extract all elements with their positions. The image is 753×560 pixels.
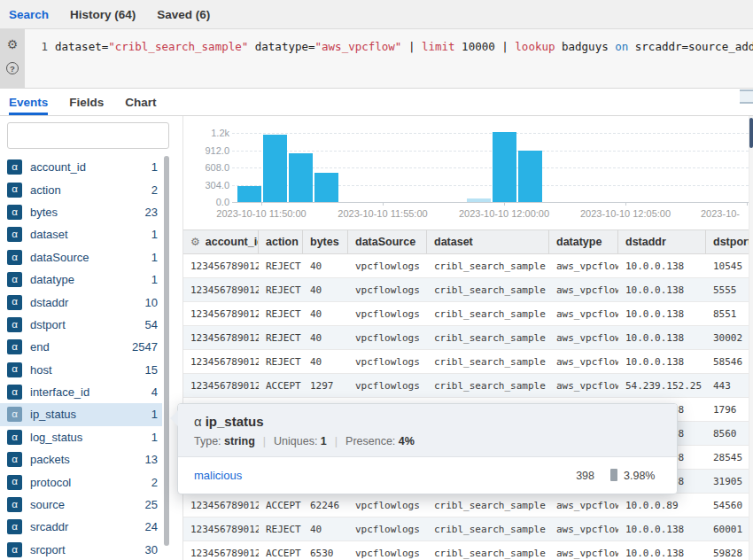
table-cell-dstport: 5555 bbox=[706, 278, 753, 301]
histogram-bar[interactable] bbox=[467, 198, 491, 202]
main-scrollbar-thumb[interactable] bbox=[749, 118, 753, 148]
table-cell-dstport: 58546 bbox=[706, 350, 753, 373]
column-header-dataset[interactable]: dataset bbox=[427, 230, 549, 253]
tab-chart[interactable]: Chart bbox=[125, 89, 156, 115]
histogram-bar[interactable] bbox=[493, 132, 516, 202]
column-header-dstport[interactable]: dstport bbox=[706, 230, 753, 253]
y-axis-label: 912.0 bbox=[189, 145, 229, 156]
column-header-bytes[interactable]: bytes bbox=[303, 230, 348, 253]
x-axis-label: 2023-10- bbox=[701, 208, 740, 219]
table-cell-account_id: 123456789012 bbox=[183, 302, 259, 325]
table-header-row: ⚙account_idactionbytesdataSourcedatasetd… bbox=[183, 229, 753, 254]
sidebar-field-host[interactable]: αhost15 bbox=[0, 359, 162, 381]
table-cell-bytes: 40 bbox=[303, 254, 348, 277]
sidebar-field-end[interactable]: αend2547 bbox=[0, 336, 162, 358]
sidebar-field-action[interactable]: αaction2 bbox=[0, 178, 162, 200]
sidebar-field-interface_id[interactable]: αinterface_id4 bbox=[0, 381, 162, 403]
table-row[interactable]: 123456789012ACCEPT62246vpcflowlogscribl_… bbox=[183, 494, 753, 517]
table-cell-action: ACCEPT bbox=[259, 494, 303, 517]
histogram-bar[interactable] bbox=[263, 135, 287, 202]
table-row[interactable]: 123456789012ACCEPT6530vpcflowlogscribl_s… bbox=[183, 541, 753, 560]
field-type-icon: α bbox=[194, 414, 202, 429]
field-count: 13 bbox=[145, 453, 158, 466]
table-row[interactable]: 123456789012REJECT40vpcflowlogscribl_sea… bbox=[183, 302, 753, 326]
column-header-datatype[interactable]: datatype bbox=[549, 230, 618, 253]
query-segment-string: "aws_vpcflow" bbox=[315, 40, 402, 53]
table-row[interactable]: 123456789012REJECT40vpcflowlogscribl_sea… bbox=[183, 517, 753, 541]
nav-item-saved[interactable]: Saved (6) bbox=[157, 8, 210, 21]
table-cell-dstport: 30002 bbox=[706, 326, 753, 349]
sidebar-field-bytes[interactable]: αbytes23 bbox=[0, 201, 162, 223]
settings-icon[interactable]: ⚙ bbox=[7, 38, 19, 51]
field-type-icon: α bbox=[7, 227, 22, 242]
field-type-icon: α bbox=[7, 317, 22, 332]
histogram-bar[interactable] bbox=[314, 173, 338, 202]
field-count: 1 bbox=[151, 431, 158, 444]
query-input[interactable]: dataset="cribl_search_sample" datatype="… bbox=[55, 40, 753, 53]
table-settings-icon[interactable]: ⚙ bbox=[190, 236, 200, 248]
field-type-icon: α bbox=[7, 519, 22, 534]
popup-title: αip_status bbox=[194, 414, 661, 429]
x-axis-tick bbox=[261, 202, 262, 206]
popup-value-row: malicious 398 3.98% bbox=[178, 457, 677, 494]
sidebar-field-log_status[interactable]: αlog_status1 bbox=[0, 426, 162, 448]
help-icon[interactable]: ? bbox=[6, 62, 19, 74]
sidebar-field-dataset[interactable]: αdataset1 bbox=[0, 223, 162, 245]
sidebar-field-dstport[interactable]: αdstport54 bbox=[0, 314, 162, 336]
sidebar-field-ip_status[interactable]: αip_status1 bbox=[0, 403, 162, 425]
editor-rail: ⚙ ? bbox=[0, 29, 25, 88]
tab-events[interactable]: Events bbox=[9, 89, 48, 115]
table-cell-bytes: 40 bbox=[303, 326, 348, 349]
field-count: 30 bbox=[145, 543, 158, 556]
field-value-link[interactable]: malicious bbox=[194, 469, 242, 482]
sidebar-field-packets[interactable]: αpackets13 bbox=[0, 448, 162, 471]
table-cell-action: ACCEPT bbox=[259, 541, 303, 560]
table-cell-dataSource: vpcflowlogs bbox=[348, 541, 427, 560]
histogram-bar[interactable] bbox=[518, 151, 542, 202]
query-line: 1 dataset="cribl_search_sample" datatype… bbox=[25, 40, 753, 53]
table-cell-dstport: 60001 bbox=[706, 517, 753, 541]
query-segment-default: 10000 | bbox=[455, 40, 516, 53]
sidebar-field-source[interactable]: αsource25 bbox=[0, 494, 162, 516]
field-name: bytes bbox=[30, 206, 58, 219]
sidebar-scrollbar-thumb[interactable] bbox=[164, 156, 169, 546]
table-row[interactable]: 123456789012REJECT40vpcflowlogscribl_sea… bbox=[183, 278, 753, 302]
table-row[interactable]: 123456789012ACCEPT1297vpcflowlogscribl_s… bbox=[183, 374, 753, 398]
table-cell-datatype: aws_vpcflow bbox=[549, 374, 618, 397]
sidebar-field-datatype[interactable]: αdatatype1 bbox=[0, 268, 162, 291]
nav-item-history[interactable]: History (64) bbox=[70, 8, 136, 21]
table-cell-datatype: aws_vpcflow bbox=[549, 302, 618, 325]
table-row[interactable]: 123456789012REJECT40vpcflowlogscribl_sea… bbox=[183, 350, 753, 374]
table-row[interactable]: 123456789012REJECT40vpcflowlogscribl_sea… bbox=[183, 254, 753, 278]
histogram-bar[interactable] bbox=[289, 153, 313, 202]
meta-separator: | bbox=[263, 435, 266, 447]
table-cell-dataSource: vpcflowlogs bbox=[348, 254, 427, 277]
field-count: 1 bbox=[151, 273, 158, 286]
column-header-dataSource[interactable]: dataSource bbox=[348, 230, 427, 253]
column-header-account_id[interactable]: ⚙account_id bbox=[183, 230, 259, 253]
field-type-icon: α bbox=[7, 475, 22, 490]
tab-fields[interactable]: Fields bbox=[69, 89, 104, 115]
meta-value: 4% bbox=[399, 435, 415, 447]
column-header-action[interactable]: action bbox=[259, 230, 303, 253]
sidebar-field-srcport[interactable]: αsrcport30 bbox=[0, 539, 162, 560]
histogram-bar[interactable] bbox=[237, 186, 261, 202]
column-header-dstaddr[interactable]: dstaddr bbox=[618, 230, 706, 253]
histogram: 1.2k912.0608.0304.00.02023-10-10 11:50:0… bbox=[183, 116, 753, 226]
sidebar-field-protocol[interactable]: αprotocol2 bbox=[0, 471, 162, 493]
sidebar-field-dataSource[interactable]: αdataSource1 bbox=[0, 246, 162, 268]
sidebar-field-dstaddr[interactable]: αdstaddr10 bbox=[0, 291, 162, 313]
x-axis-tick bbox=[383, 202, 384, 206]
sidebar-field-account_id[interactable]: αaccount_id1 bbox=[0, 156, 162, 178]
table-cell-dstaddr: 10.0.0.138 bbox=[618, 350, 706, 373]
table-cell-account_id: 123456789012 bbox=[183, 326, 259, 349]
table-cell-dstport: 443 bbox=[706, 374, 753, 397]
field-filter-input[interactable] bbox=[24, 126, 183, 145]
table-cell-dstaddr: 10.0.0.138 bbox=[618, 278, 706, 301]
nav-item-search[interactable]: Search bbox=[9, 8, 49, 21]
sidebar-field-srcaddr[interactable]: αsrcaddr24 bbox=[0, 516, 162, 538]
table-row[interactable]: 123456789012REJECT40vpcflowlogscribl_sea… bbox=[183, 326, 753, 350]
field-name: end bbox=[30, 340, 50, 354]
fields-sidebar: αaccount_id1αaction2αbytes23αdataset1αda… bbox=[0, 116, 177, 560]
popup-meta: Type: string|Uniques: 1|Presence: 4% bbox=[194, 435, 661, 447]
